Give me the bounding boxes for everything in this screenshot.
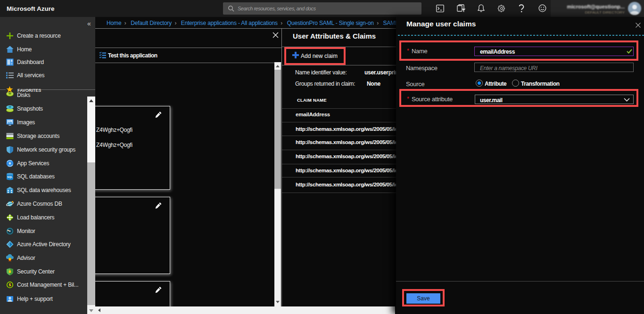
svg-text:$: $ bbox=[8, 282, 11, 287]
svg-text:SQL: SQL bbox=[7, 176, 13, 178]
